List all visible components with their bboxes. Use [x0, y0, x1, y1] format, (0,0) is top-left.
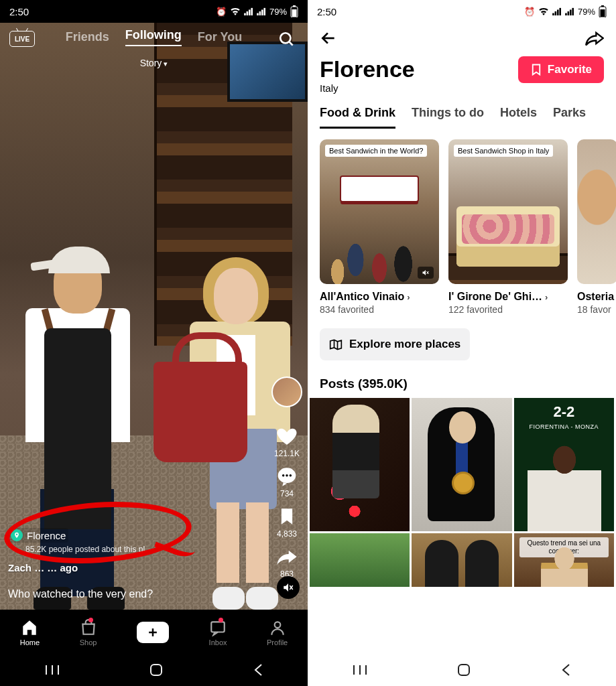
bookmark-button[interactable]: 4,833	[275, 505, 298, 539]
story-dropdown[interactable]: Story	[140, 58, 168, 68]
location-header: Florence Italy Favorite	[308, 54, 616, 94]
mute-button[interactable]	[277, 576, 300, 599]
status-icons: ⏰ 79%	[216, 5, 298, 17]
like-button[interactable]: 121.1K	[274, 425, 300, 458]
tiktok-feed-screen: 2:50 ⏰ 79%	[0, 0, 308, 686]
svg-rect-9	[292, 9, 297, 17]
status-time: 2:50	[9, 6, 29, 17]
thumb-label: Best Sandwich in the World?	[325, 145, 427, 157]
comment-button[interactable]: 734	[275, 465, 298, 498]
place-card[interactable]: Best Sandwich in the World? All'Antico V…	[320, 139, 439, 315]
svg-rect-33	[570, 9, 572, 15]
bookmark-icon	[275, 505, 298, 528]
svg-rect-6	[261, 9, 263, 15]
place-card[interactable]: Osteria 18 favor	[577, 139, 616, 315]
tab-following[interactable]: Following	[125, 28, 182, 46]
thumb-caption: Questo trend ma sei una cosplayer:	[519, 537, 609, 557]
svg-rect-0	[244, 13, 246, 15]
status-icons: ⏰ 79%	[524, 5, 607, 17]
battery-pct: 79%	[269, 7, 287, 17]
location-pill[interactable]: Florence	[8, 528, 68, 543]
share-button[interactable]: 863	[275, 545, 298, 579]
svg-rect-46	[458, 665, 469, 675]
map-icon	[329, 338, 343, 350]
battery-pct: 79%	[578, 7, 595, 17]
signal2-icon	[257, 7, 266, 15]
place-thumbnail[interactable]	[577, 139, 616, 284]
svg-point-22	[274, 622, 280, 628]
place-cards-row[interactable]: Best Sandwich in the World? All'Antico V…	[308, 129, 616, 315]
svg-rect-28	[555, 11, 557, 15]
post-thumbnail[interactable]: 2-2 FIORENTINA - MONZA	[514, 398, 614, 531]
svg-point-14	[282, 474, 284, 476]
svg-rect-10	[293, 5, 296, 7]
action-rail: 121.1K 734 4,833 863	[271, 376, 302, 579]
post-thumbnail[interactable]	[412, 398, 511, 531]
alarm-icon: ⏰	[216, 7, 227, 17]
sys-home-icon[interactable]	[456, 663, 471, 677]
thumb-label: Best Sandwich Shop in Italy	[454, 145, 553, 157]
notification-dot-icon	[219, 618, 223, 622]
back-button[interactable]	[320, 29, 337, 47]
scene-illustration	[0, 23, 308, 610]
poster-username-line[interactable]: Zach … … ago	[8, 562, 78, 573]
bookmark-count: 4,833	[277, 529, 297, 539]
post-thumbnail[interactable]	[412, 533, 511, 587]
sys-recents-icon[interactable]	[45, 664, 60, 676]
sys-back-icon[interactable]	[560, 663, 571, 677]
comment-count: 734	[280, 489, 294, 498]
location-title: Florence	[320, 56, 415, 82]
place-thumbnail[interactable]: Best Sandwich in the World? All'Antico V…	[320, 139, 439, 284]
tab-parks[interactable]: Parks	[553, 106, 586, 129]
nav-home[interactable]: Home	[20, 619, 40, 646]
alarm-icon: ⏰	[524, 7, 535, 17]
tab-things-to-do[interactable]: Things to do	[412, 106, 484, 129]
svg-point-11	[280, 33, 290, 43]
svg-rect-21	[211, 622, 225, 632]
tab-food-drink[interactable]: Food & Drink	[320, 106, 395, 129]
sys-home-icon[interactable]	[149, 663, 164, 677]
location-name: Florence	[27, 530, 66, 541]
chevron-right-icon: ›	[545, 292, 548, 302]
forward-share-button[interactable]	[585, 30, 604, 46]
nav-shop[interactable]: Shop	[80, 619, 97, 646]
svg-rect-29	[557, 9, 559, 15]
favorite-button[interactable]: Favorite	[518, 56, 604, 83]
tab-for-you[interactable]: For You	[198, 30, 242, 44]
system-nav-bar	[308, 654, 616, 686]
sys-back-icon[interactable]	[253, 663, 263, 677]
sys-recents-icon[interactable]	[353, 664, 367, 676]
category-tabs: Food & Drink Things to do Hotels Parks	[308, 94, 616, 129]
place-name: All'Antico Vinaio›	[320, 291, 439, 303]
post-thumbnail[interactable]	[310, 398, 410, 531]
svg-point-15	[286, 474, 288, 476]
creator-avatar[interactable]	[271, 376, 302, 407]
video-caption: Who watched to the very end?	[5, 586, 267, 603]
svg-rect-5	[259, 11, 261, 15]
battery-icon	[290, 5, 298, 17]
place-name: Osteria	[577, 291, 616, 303]
place-name: I' Girone De' Ghi…›	[448, 291, 568, 303]
tab-friends[interactable]: Friends	[66, 30, 109, 44]
svg-point-16	[290, 474, 292, 476]
search-icon[interactable]	[278, 31, 296, 48]
svg-rect-31	[565, 13, 567, 15]
place-favorited: 18 favor	[577, 304, 616, 315]
nav-create[interactable]	[137, 622, 169, 643]
video-area[interactable]	[0, 23, 308, 610]
nav-inbox[interactable]: Inbox	[209, 619, 227, 646]
top-row	[308, 23, 616, 54]
svg-rect-1	[247, 11, 249, 15]
tab-hotels[interactable]: Hotels	[500, 106, 537, 129]
post-thumbnail[interactable]	[310, 533, 410, 587]
post-thumbnail[interactable]: Questo trend ma sei una cosplayer:	[514, 533, 614, 587]
status-bar: 2:50 ⏰ 79%	[0, 0, 308, 23]
explore-more-button[interactable]: Explore more places	[320, 328, 470, 360]
location-detail-screen: 2:50 ⏰ 79% Florence Italy Favorite Food …	[308, 0, 616, 686]
nav-profile[interactable]: Profile	[267, 619, 288, 646]
place-card[interactable]: Best Sandwich Shop in Italy I' Girone De…	[448, 139, 568, 315]
comment-icon	[275, 465, 298, 488]
mute-icon	[418, 267, 434, 279]
share-icon	[275, 545, 298, 568]
place-thumbnail[interactable]: Best Sandwich Shop in Italy	[448, 139, 568, 284]
